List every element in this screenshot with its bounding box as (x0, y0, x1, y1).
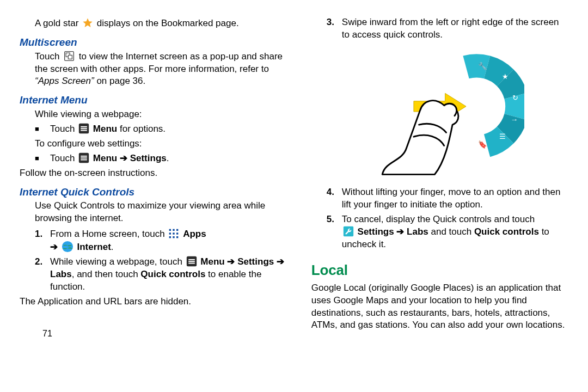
page-number: 71 (42, 328, 52, 340)
text-bold: Menu (93, 124, 117, 134)
iqc-follow: The Application and URL bars are hidden. (20, 296, 290, 308)
svg-rect-18 (169, 236, 171, 238)
bullet-item: ■ Touch Menu ➔ Settings. (35, 152, 290, 165)
imenu-config-intro: To configure web settings: (35, 138, 290, 150)
svg-rect-9 (81, 156, 87, 157)
text: A gold star (35, 18, 81, 28)
iqc-intro: Use Quick Controls to maximize your view… (35, 200, 290, 225)
bullet-square-icon: ■ (35, 152, 50, 165)
svg-text:★: ★ (502, 72, 509, 81)
quick-controls-illustration: 🔧 ★ ↻ → ☰ 🔖 (311, 44, 568, 180)
text-bold: Settings ➔ Labs (358, 226, 428, 237)
svg-rect-10 (81, 157, 87, 158)
ordered-list: 4. Without lifting your finger, move to … (327, 186, 568, 251)
text: on page 36. (96, 76, 145, 86)
svg-rect-13 (173, 229, 175, 231)
svg-text:🔖: 🔖 (478, 140, 487, 149)
imenu-follow: Follow the on-screen instructions. (20, 167, 290, 180)
text-bold: Internet (77, 242, 111, 252)
text-bold: Apps (183, 229, 206, 239)
svg-rect-23 (188, 259, 195, 260)
wrench-settings-icon (343, 226, 354, 237)
multiscreen-body: Touch to view the Internet screen as a p… (35, 51, 290, 88)
svg-rect-25 (188, 263, 195, 264)
list-item: 4. Without lifting your finger, move to … (327, 186, 568, 211)
text: Touch (35, 51, 62, 62)
svg-text:☰: ☰ (499, 132, 506, 140)
step-number: 3. (327, 16, 342, 41)
ordered-list: 1. From a Home screen, touch Apps ➔ (35, 228, 290, 293)
text-bold: Menu ➔ Settings (93, 153, 167, 163)
heading-multiscreen: Multiscreen (20, 35, 290, 50)
text: . (167, 153, 169, 163)
step-number: 5. (327, 213, 342, 251)
svg-text:↻: ↻ (512, 94, 518, 102)
list-item: 2. While viewing a webpage, touch Menu ➔… (35, 256, 290, 293)
svg-rect-3 (68, 55, 72, 59)
text: . (111, 242, 114, 252)
heading-local: Local (311, 261, 568, 280)
list-item: 5. To cancel, display the Quick controls… (327, 213, 568, 251)
text: displays on the Bookmarked page. (97, 18, 239, 28)
text: Touch (50, 153, 77, 163)
list-item: 3. Swipe inward from the left or right e… (327, 16, 568, 41)
svg-rect-17 (176, 233, 178, 235)
step-body: While viewing a webpage, touch Menu ➔ Se… (50, 256, 290, 293)
svg-rect-6 (81, 128, 87, 129)
svg-rect-20 (176, 236, 178, 238)
heading-internet-menu: Internet Menu (20, 93, 290, 107)
text: From a Home screen, touch (50, 229, 167, 239)
text: and touch (431, 226, 474, 237)
text: While viewing a webpage, touch (50, 256, 185, 267)
step-number: 4. (327, 186, 342, 211)
svg-marker-0 (83, 19, 93, 27)
svg-rect-5 (81, 126, 87, 127)
multiscreen-icon (63, 51, 75, 62)
ordered-list: 3. Swipe inward from the left or right e… (327, 16, 568, 41)
bullet-body: Touch Menu for options. (50, 123, 166, 136)
step-body: From a Home screen, touch Apps ➔ (50, 228, 290, 254)
bullet-body: Touch Menu ➔ Settings. (50, 152, 169, 165)
text-bold: Quick controls (140, 269, 205, 279)
svg-rect-7 (81, 130, 87, 131)
text: for options. (120, 124, 166, 134)
svg-rect-19 (173, 236, 175, 238)
svg-text:🔧: 🔧 (478, 62, 487, 71)
svg-text:→: → (511, 115, 518, 124)
bullet-square-icon: ■ (35, 123, 50, 136)
internet-globe-icon (62, 241, 74, 253)
svg-rect-12 (169, 229, 171, 231)
local-body: Google Local (originally Google Places) … (311, 282, 568, 332)
svg-rect-16 (173, 233, 175, 235)
cross-ref: “Apps Screen” (35, 76, 94, 86)
step-body: Swipe inward from the left or right edge… (342, 16, 568, 41)
list-item: 1. From a Home screen, touch Apps ➔ (35, 228, 290, 254)
menu-icon (78, 152, 89, 163)
bullet-item: ■ Touch Menu for options. (35, 123, 290, 136)
menu-icon (186, 256, 197, 267)
text-bold: Quick controls (474, 226, 539, 237)
svg-point-21 (62, 241, 73, 252)
svg-rect-15 (169, 233, 171, 235)
imenu-intro: While viewing a webpage: (35, 108, 290, 121)
step-number: 2. (35, 256, 50, 293)
left-column: A gold star displays on the Bookmarked p… (20, 16, 290, 335)
step-body: Without lifting your finger, move to an … (342, 186, 568, 211)
heading-quick-controls: Internet Quick Controls (20, 185, 290, 199)
step-body: To cancel, display the Quick controls an… (342, 213, 568, 251)
apps-icon (168, 228, 179, 239)
bookmark-star-line: A gold star displays on the Bookmarked p… (35, 17, 290, 30)
step-number: 1. (35, 228, 50, 254)
right-column: 3. Swipe inward from the left or right e… (311, 16, 568, 335)
text: To cancel, display the Quick controls an… (342, 214, 535, 224)
svg-rect-14 (176, 229, 178, 231)
star-icon (82, 17, 93, 28)
svg-rect-24 (188, 261, 195, 262)
text: , and then touch (72, 269, 141, 279)
menu-icon (78, 123, 89, 134)
svg-rect-11 (81, 159, 87, 160)
arrow-text: ➔ (50, 242, 60, 252)
text: Touch (50, 124, 77, 134)
